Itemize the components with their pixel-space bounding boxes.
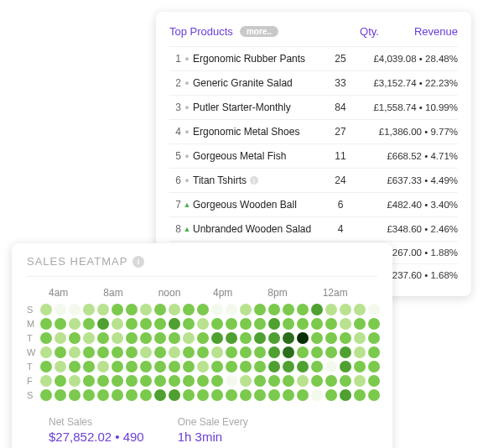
heatmap-cell[interactable] xyxy=(325,332,337,344)
heatmap-cell[interactable] xyxy=(254,361,266,372)
heatmap-cell[interactable] xyxy=(183,361,195,372)
heatmap-cell[interactable] xyxy=(112,389,123,401)
heatmap-cell[interactable] xyxy=(55,346,66,358)
heatmap-cell[interactable] xyxy=(69,389,80,401)
heatmap-cell[interactable] xyxy=(283,346,294,358)
heatmap-cell[interactable] xyxy=(254,318,266,330)
heatmap-cell[interactable] xyxy=(368,304,380,315)
heatmap-cell[interactable] xyxy=(197,318,209,330)
heatmap-cell[interactable] xyxy=(140,389,152,401)
heatmap-cell[interactable] xyxy=(297,389,309,401)
heatmap-cell[interactable] xyxy=(226,389,237,401)
heatmap-cell[interactable] xyxy=(297,318,309,330)
table-row[interactable]: 3●Putler Starter-Monthly84£1,558.74 • 10… xyxy=(169,95,458,119)
heatmap-cell[interactable] xyxy=(112,375,123,387)
heatmap-cell[interactable] xyxy=(197,361,209,372)
heatmap-cell[interactable] xyxy=(55,375,66,387)
heatmap-cell[interactable] xyxy=(311,375,323,387)
heatmap-cell[interactable] xyxy=(183,318,195,330)
heatmap-cell[interactable] xyxy=(297,346,309,358)
heatmap-cell[interactable] xyxy=(283,389,294,401)
heatmap-cell[interactable] xyxy=(83,375,95,387)
heatmap-cell[interactable] xyxy=(97,332,109,344)
heatmap-cell[interactable] xyxy=(197,304,209,315)
heatmap-cell[interactable] xyxy=(197,375,209,387)
heatmap-cell[interactable] xyxy=(254,304,266,315)
heatmap-cell[interactable] xyxy=(211,304,223,315)
heatmap-cell[interactable] xyxy=(354,389,366,401)
table-row[interactable]: 2●Generic Granite Salad33£3,152.74 • 22.… xyxy=(169,70,458,95)
heatmap-cell[interactable] xyxy=(126,304,138,315)
heatmap-cell[interactable] xyxy=(183,304,195,315)
heatmap-cell[interactable] xyxy=(254,389,266,401)
more-button[interactable]: more.. xyxy=(240,26,278,37)
heatmap-cell[interactable] xyxy=(240,346,252,358)
heatmap-cell[interactable] xyxy=(254,346,266,358)
heatmap-cell[interactable] xyxy=(311,346,323,358)
heatmap-cell[interactable] xyxy=(183,332,195,344)
heatmap-cell[interactable] xyxy=(354,346,366,358)
heatmap-cell[interactable] xyxy=(368,375,380,387)
heatmap-cell[interactable] xyxy=(297,361,309,372)
heatmap-cell[interactable] xyxy=(340,375,351,387)
heatmap-cell[interactable] xyxy=(340,389,351,401)
heatmap-cell[interactable] xyxy=(97,375,109,387)
heatmap-cell[interactable] xyxy=(226,332,237,344)
heatmap-cell[interactable] xyxy=(55,318,66,330)
heatmap-cell[interactable] xyxy=(140,375,152,387)
heatmap-cell[interactable] xyxy=(97,346,109,358)
heatmap-cell[interactable] xyxy=(211,318,223,330)
heatmap-cell[interactable] xyxy=(183,389,195,401)
heatmap-cell[interactable] xyxy=(69,304,80,315)
heatmap-cell[interactable] xyxy=(254,375,266,387)
heatmap-cell[interactable] xyxy=(97,389,109,401)
heatmap-cell[interactable] xyxy=(283,304,294,315)
heatmap-cell[interactable] xyxy=(240,332,252,344)
heatmap-cell[interactable] xyxy=(268,346,280,358)
heatmap-cell[interactable] xyxy=(325,304,337,315)
heatmap-cell[interactable] xyxy=(197,332,209,344)
info-icon[interactable]: i xyxy=(250,176,258,185)
heatmap-cell[interactable] xyxy=(240,318,252,330)
heatmap-cell[interactable] xyxy=(297,332,309,344)
heatmap-cell[interactable] xyxy=(240,389,252,401)
heatmap-cell[interactable] xyxy=(55,304,66,315)
heatmap-cell[interactable] xyxy=(83,361,95,372)
heatmap-cell[interactable] xyxy=(140,304,152,315)
heatmap-cell[interactable] xyxy=(55,332,66,344)
heatmap-cell[interactable] xyxy=(240,375,252,387)
heatmap-cell[interactable] xyxy=(268,361,280,372)
heatmap-cell[interactable] xyxy=(268,389,280,401)
heatmap-cell[interactable] xyxy=(112,332,123,344)
heatmap-cell[interactable] xyxy=(112,318,123,330)
heatmap-cell[interactable] xyxy=(254,332,266,344)
heatmap-cell[interactable] xyxy=(268,375,280,387)
heatmap-cell[interactable] xyxy=(354,361,366,372)
heatmap-cell[interactable] xyxy=(311,332,323,344)
heatmap-cell[interactable] xyxy=(40,332,52,344)
heatmap-cell[interactable] xyxy=(354,375,366,387)
heatmap-cell[interactable] xyxy=(311,361,323,372)
heatmap-cell[interactable] xyxy=(140,346,152,358)
heatmap-cell[interactable] xyxy=(126,375,138,387)
heatmap-cell[interactable] xyxy=(325,318,337,330)
table-row[interactable]: 8▲Unbranded Wooden Salad4£348.60 • 2.46% xyxy=(169,216,458,241)
heatmap-cell[interactable] xyxy=(154,375,166,387)
heatmap-cell[interactable] xyxy=(169,389,180,401)
heatmap-cell[interactable] xyxy=(83,346,95,358)
heatmap-cell[interactable] xyxy=(297,375,309,387)
heatmap-cell[interactable] xyxy=(126,346,138,358)
heatmap-cell[interactable] xyxy=(226,375,237,387)
heatmap-cell[interactable] xyxy=(140,332,152,344)
heatmap-cell[interactable] xyxy=(325,389,337,401)
heatmap-cell[interactable] xyxy=(40,361,52,372)
heatmap-cell[interactable] xyxy=(97,318,109,330)
heatmap-cell[interactable] xyxy=(69,332,80,344)
heatmap-cell[interactable] xyxy=(226,304,237,315)
table-row[interactable]: 6●Titan Tshirtsi24£637.33 • 4.49% xyxy=(169,168,458,192)
heatmap-cell[interactable] xyxy=(69,318,80,330)
table-row[interactable]: 4●Ergonomic Metal Shoes27£1,386.00 • 9.7… xyxy=(169,119,458,143)
heatmap-cell[interactable] xyxy=(340,318,351,330)
heatmap-cell[interactable] xyxy=(154,318,166,330)
heatmap-cell[interactable] xyxy=(311,304,323,315)
